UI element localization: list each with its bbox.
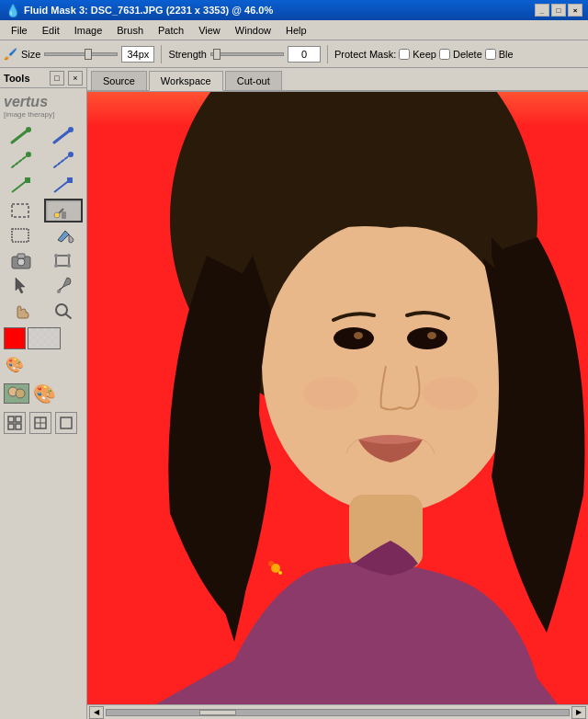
delete-label: Delete — [453, 49, 482, 60]
protect-mask-label: Protect Mask: — [334, 49, 396, 60]
svg-point-48 — [423, 377, 478, 410]
svg-point-24 — [67, 264, 71, 268]
keep-checkbox[interactable] — [399, 49, 410, 60]
vertus-logo: vertus [image therapy] — [0, 88, 86, 122]
menu-item-brush[interactable]: Brush — [109, 23, 151, 38]
svg-rect-33 — [16, 424, 21, 429]
toolbar: 🖌️ Size Strength Protect Mask: Keep Dele… — [0, 40, 588, 68]
tool-fill[interactable] — [44, 223, 83, 247]
svg-rect-16 — [12, 229, 28, 242]
scroll-left-button[interactable]: ◀ — [89, 706, 104, 719]
menu-item-view[interactable]: View — [191, 23, 228, 38]
tool-pointer[interactable] — [2, 273, 40, 297]
strength-input[interactable] — [288, 46, 321, 63]
svg-point-29 — [16, 389, 25, 398]
delete-checkbox[interactable] — [439, 49, 450, 60]
content-area: Source Workspace Cut-out — [87, 68, 588, 719]
color-wheel-icon[interactable]: 🎨 — [4, 353, 26, 375]
minimize-button[interactable]: _ — [535, 4, 549, 17]
menu-item-patch[interactable]: Patch — [151, 23, 191, 38]
tools-close-button[interactable]: × — [68, 71, 83, 86]
close-button[interactable]: × — [568, 4, 582, 17]
scroll-right-button[interactable]: ▶ — [571, 706, 586, 719]
svg-point-3 — [68, 127, 74, 132]
menu-item-image[interactable]: Image — [67, 23, 110, 38]
svg-point-18 — [17, 258, 25, 266]
tool-transform[interactable] — [44, 248, 83, 272]
tools-float-button[interactable]: □ — [50, 71, 64, 86]
transparent-swatch[interactable] — [28, 327, 61, 349]
vertus-sub: [image therapy] — [4, 110, 83, 119]
svg-rect-32 — [8, 424, 14, 429]
tool-grid — [0, 122, 86, 324]
svg-rect-19 — [17, 254, 25, 258]
separator-1 — [161, 45, 162, 63]
tool-blue-erase[interactable] — [44, 174, 83, 198]
red-swatch[interactable] — [4, 327, 26, 349]
canvas-area[interactable] — [87, 92, 588, 704]
menu-item-edit[interactable]: Edit — [35, 23, 67, 38]
svg-rect-20 — [56, 256, 69, 266]
title-bar: 💧 Fluid Mask 3: DSC_7631.JPG (2231 x 335… — [0, 0, 588, 20]
size-slider[interactable] — [44, 52, 118, 56]
face-icon-1[interactable] — [4, 383, 29, 404]
strength-label: Strength — [168, 49, 207, 60]
menu-item-file[interactable]: File — [4, 23, 35, 38]
tool-green-brush1[interactable] — [2, 124, 40, 148]
menu-item-help[interactable]: Help — [278, 23, 314, 38]
svg-point-43 — [334, 327, 374, 349]
svg-point-23 — [54, 264, 58, 268]
svg-rect-11 — [67, 177, 73, 183]
svg-rect-12 — [12, 204, 28, 217]
svg-point-44 — [407, 327, 447, 349]
horizontal-scrollbar[interactable]: ◀ ▶ — [87, 704, 588, 719]
tool-marquee[interactable] — [2, 223, 40, 247]
scroll-thumb[interactable] — [199, 710, 236, 715]
svg-point-45 — [354, 332, 363, 339]
ble-label: Ble — [499, 49, 514, 60]
color-swatches: 🎨 — [0, 324, 86, 379]
tool-green-erase[interactable] — [2, 174, 40, 198]
svg-line-6 — [54, 154, 71, 167]
keep-label: Keep — [413, 49, 436, 60]
size-label: Size — [21, 49, 40, 60]
svg-point-41 — [262, 219, 519, 513]
tool-zoom[interactable] — [44, 298, 83, 322]
svg-point-51 — [278, 571, 282, 575]
tool-selection[interactable] — [2, 199, 40, 223]
tool-blue-brush2[interactable] — [44, 149, 83, 173]
tool-blue-brush1[interactable] — [44, 124, 83, 148]
svg-rect-9 — [25, 177, 30, 183]
svg-point-22 — [67, 254, 71, 257]
menu-bar: FileEditImageBrushPatchViewWindowHelp — [0, 20, 588, 40]
tab-cutout[interactable]: Cut-out — [225, 71, 282, 90]
grid-small-icon[interactable] — [4, 412, 26, 434]
grid-medium-icon[interactable] — [29, 412, 51, 434]
color-icon-small[interactable]: 🎨 — [33, 382, 55, 405]
face-icons-area: 🎨 — [0, 379, 86, 408]
app-icon: 💧 — [6, 4, 20, 17]
tool-paint[interactable] — [44, 273, 83, 297]
title-text: Fluid Mask 3: DSC_7631.JPG (2231 x 3353)… — [24, 5, 535, 16]
menu-item-window[interactable]: Window — [228, 23, 278, 38]
size-input[interactable] — [121, 46, 154, 63]
svg-rect-13 — [62, 211, 66, 219]
tool-dropper[interactable] — [44, 199, 83, 223]
svg-line-2 — [54, 130, 71, 143]
ble-checkbox[interactable] — [485, 49, 496, 60]
separator-2 — [327, 45, 328, 63]
tools-panel: Tools □ × vertus [image therapy] — [0, 68, 87, 719]
tool-hand[interactable] — [2, 298, 40, 322]
tool-green-brush2[interactable] — [2, 149, 40, 173]
tab-workspace[interactable]: Workspace — [149, 71, 223, 91]
maximize-button[interactable]: □ — [551, 4, 566, 17]
protect-mask-group: Protect Mask: Keep Delete Ble — [334, 49, 514, 60]
bottom-icons-area — [0, 408, 86, 438]
svg-line-27 — [66, 314, 71, 318]
scroll-track[interactable] — [106, 709, 570, 716]
tool-camera[interactable] — [2, 248, 40, 272]
strength-slider[interactable] — [210, 52, 284, 56]
tab-source[interactable]: Source — [91, 71, 147, 90]
grid-large-icon[interactable] — [55, 412, 77, 434]
svg-point-21 — [54, 254, 58, 257]
